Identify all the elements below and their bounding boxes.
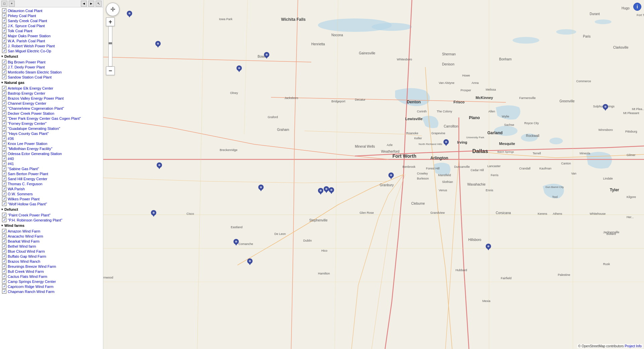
checkbox-icon[interactable] bbox=[2, 121, 6, 126]
item-link[interactable]: #41 bbox=[8, 162, 14, 166]
checkbox-icon[interactable] bbox=[2, 192, 6, 196]
list-item[interactable]: "P.H. Robinson Generating Plant" bbox=[0, 217, 103, 222]
sidebar-scroll[interactable]: Oklaunion Coal PlantPirkey Coal PlantSan… bbox=[0, 7, 103, 349]
list-item[interactable]: J.T. Deely Power Plant bbox=[0, 64, 103, 69]
list-item[interactable]: W.A. Parish Coal Plant bbox=[0, 38, 103, 43]
checkbox-icon[interactable] bbox=[2, 96, 6, 100]
list-item[interactable]: Amazon Wind Farm bbox=[0, 229, 103, 234]
list-item[interactable]: #36 bbox=[0, 136, 103, 141]
checkbox-icon[interactable] bbox=[2, 39, 6, 43]
checkbox-icon[interactable] bbox=[2, 23, 6, 28]
item-link[interactable]: Brazos Wind Ranch bbox=[8, 259, 40, 263]
list-item[interactable]: Knox Lee Power Station bbox=[0, 141, 103, 146]
checkbox-icon[interactable] bbox=[2, 244, 6, 248]
list-item[interactable]: J.K. Spruce Coal Plant bbox=[0, 23, 103, 28]
item-link[interactable]: WA Parish bbox=[8, 187, 25, 191]
section-header-natural-gas[interactable]: ▾Natural gas bbox=[0, 80, 103, 86]
item-link[interactable]: "Deer Park Energy Center Gas Cogen Plant… bbox=[8, 116, 81, 120]
list-item[interactable]: Decker Creek Power Station bbox=[0, 111, 103, 116]
cursor-button[interactable]: ↖ bbox=[96, 1, 102, 7]
checkbox-icon[interactable] bbox=[2, 151, 6, 156]
item-link[interactable]: Sandy Creek Coal Plant bbox=[8, 19, 47, 23]
item-link[interactable]: Brazos Valley Energy Power Plant bbox=[8, 96, 64, 100]
list-item[interactable]: Big Brown Power Plant bbox=[0, 59, 103, 64]
list-item[interactable]: "Forney Energy Center" bbox=[0, 121, 103, 126]
zoom-in-button[interactable]: + bbox=[106, 17, 115, 26]
item-link[interactable]: Bearkat Wind Farm bbox=[8, 239, 40, 243]
item-link[interactable]: Monticello Steam Electric Station bbox=[8, 70, 62, 74]
item-link[interactable]: Sandow Station Coal Plant bbox=[8, 75, 52, 79]
item-link[interactable]: Sand Hill Energy Center bbox=[8, 177, 47, 181]
item-link[interactable]: J. Robert Welsh Power Plant bbox=[8, 44, 55, 48]
list-item[interactable]: O.W. Sommers bbox=[0, 191, 103, 196]
list-item[interactable]: Bethel Wind farm bbox=[0, 244, 103, 249]
list-item[interactable]: WA Parish bbox=[0, 186, 103, 191]
item-link[interactable]: Decker Creek Power Station bbox=[8, 111, 54, 115]
new-button[interactable]: + bbox=[9, 1, 15, 7]
list-item[interactable]: Blue Cloud Wind Farm bbox=[0, 249, 103, 254]
item-link[interactable]: O.W. Sommers bbox=[8, 192, 33, 196]
item-link[interactable]: Bull Creek Wind Farm bbox=[8, 269, 44, 273]
list-item[interactable]: Tolk Coal Plant bbox=[0, 28, 103, 33]
item-link[interactable]: Channel Energy Center bbox=[8, 101, 46, 105]
checkbox-icon[interactable] bbox=[2, 156, 6, 161]
zoom-out-button[interactable]: − bbox=[106, 66, 115, 75]
checkbox-icon[interactable] bbox=[2, 249, 6, 253]
item-link[interactable]: Chapman Ranch Wind Farm bbox=[8, 290, 54, 294]
item-link[interactable]: Camp Springs Energy Center bbox=[8, 280, 56, 284]
item-link[interactable]: J.T. Deely Power Plant bbox=[8, 65, 45, 69]
item-link[interactable]: Knox Lee Power Station bbox=[8, 142, 47, 146]
checkbox-icon[interactable] bbox=[2, 274, 6, 279]
checkbox-icon[interactable] bbox=[2, 49, 6, 53]
list-item[interactable]: Breunings Breeze Wind Farm bbox=[0, 264, 103, 269]
item-link[interactable]: Major Oaks Power Station bbox=[8, 34, 51, 38]
checkbox-icon[interactable] bbox=[2, 197, 6, 201]
item-link[interactable]: "Guadalupe Generating Station" bbox=[8, 127, 60, 131]
item-link[interactable]: "Forney Energy Center" bbox=[8, 121, 47, 126]
item-link[interactable]: Buffalo Gap Wind Farm bbox=[8, 254, 46, 258]
list-item[interactable]: "Hays County Gas Plant" bbox=[0, 131, 103, 136]
list-item[interactable]: Pirkey Coal Plant bbox=[0, 13, 103, 18]
item-link[interactable]: #36 bbox=[8, 137, 14, 141]
item-link[interactable]: "Hays County Gas Plant" bbox=[8, 132, 49, 136]
item-link[interactable]: #40 bbox=[8, 157, 14, 161]
checkbox-icon[interactable] bbox=[2, 91, 6, 95]
checkbox-icon[interactable] bbox=[2, 279, 6, 284]
list-item[interactable]: Monticello Steam Electric Station bbox=[0, 69, 103, 74]
list-item[interactable]: San Miguel Electric Co-Op bbox=[0, 48, 103, 53]
item-link[interactable]: "P.H. Robinson Generating Plant" bbox=[8, 218, 62, 222]
info-button[interactable]: i bbox=[633, 3, 641, 11]
checkbox-icon[interactable] bbox=[2, 106, 6, 110]
list-item[interactable]: Camp Springs Energy Center bbox=[0, 279, 103, 284]
item-link[interactable]: San Miguel Electric Co-Op bbox=[8, 49, 51, 53]
list-item[interactable]: Capricorn Ridge Wind Farm bbox=[0, 284, 103, 289]
checkbox-icon[interactable] bbox=[2, 75, 6, 79]
list-item[interactable]: Sandy Creek Coal Plant bbox=[0, 18, 103, 23]
item-link[interactable]: "Midlothian Energy Facility" bbox=[8, 147, 52, 151]
item-link[interactable]: J.K. Spruce Coal Plant bbox=[8, 24, 45, 28]
checkbox-icon[interactable] bbox=[2, 229, 6, 233]
item-link[interactable]: Bethel Wind farm bbox=[8, 244, 36, 248]
item-link[interactable]: Blue Cloud Wind Farm bbox=[8, 249, 45, 253]
checkbox-icon[interactable] bbox=[2, 136, 6, 141]
checkbox-icon[interactable] bbox=[2, 70, 6, 74]
item-link[interactable]: "Wolf Hollow Gas Plant" bbox=[8, 202, 47, 206]
expand-button[interactable]: □ bbox=[1, 1, 7, 7]
project-info-link[interactable]: Project Info bbox=[625, 344, 642, 348]
checkbox-icon[interactable] bbox=[2, 29, 6, 33]
checkbox-icon[interactable] bbox=[2, 234, 6, 238]
list-item[interactable]: "Midlothian Energy Facility" bbox=[0, 146, 103, 151]
list-item[interactable]: Major Oaks Power Station bbox=[0, 33, 103, 38]
item-link[interactable]: Thomas C. Ferguson bbox=[8, 182, 42, 186]
list-item[interactable]: Bearkat Wind Farm bbox=[0, 239, 103, 244]
item-link[interactable]: Big Brown Power Plant bbox=[8, 60, 46, 64]
checkbox-icon[interactable] bbox=[2, 60, 6, 64]
item-link[interactable]: "Channelview Cogeneration Plant" bbox=[8, 106, 64, 110]
checkbox-icon[interactable] bbox=[2, 101, 6, 105]
item-link[interactable]: Breunings Breeze Wind Farm bbox=[8, 264, 56, 268]
item-link[interactable]: "Paint Creek Power Plant" bbox=[8, 213, 51, 217]
section-header-wind-farms[interactable]: ▾Wind farms bbox=[0, 222, 103, 229]
scroll-right-button[interactable]: ► bbox=[88, 1, 94, 7]
checkbox-icon[interactable] bbox=[2, 161, 6, 166]
list-item[interactable]: Thomas C. Ferguson bbox=[0, 181, 103, 186]
